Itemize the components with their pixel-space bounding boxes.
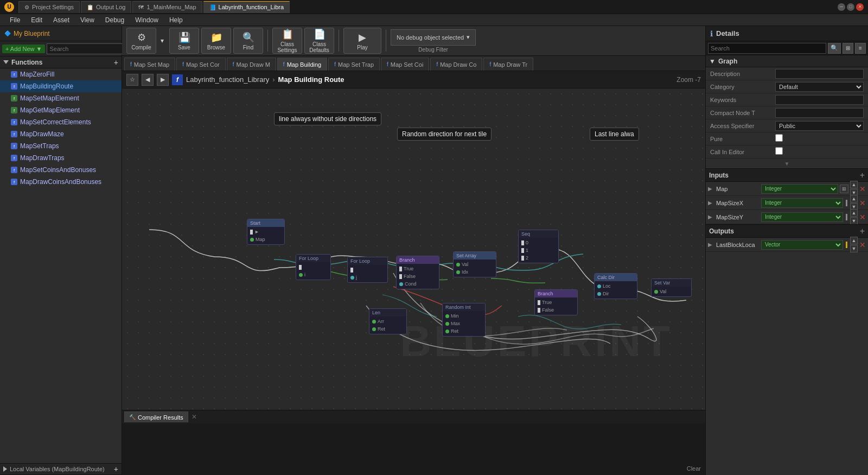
menu-view[interactable]: View	[75, 15, 100, 25]
menu-window[interactable]: Window	[130, 15, 164, 25]
find-button[interactable]: 🔍 Find	[233, 28, 263, 54]
canvas-node-9[interactable]: Set Var Val	[651, 278, 692, 297]
menu-help[interactable]: Help	[164, 15, 188, 25]
tab-main-menu-map[interactable]: 🗺 1_MainMenu_Map	[132, 1, 202, 13]
compiler-results-tab[interactable]: 🔨 Compiler Results	[124, 411, 188, 422]
canvas-node-4[interactable]: Branch True False Cond	[396, 256, 439, 289]
canvas-node-2[interactable]: For Loop i	[296, 254, 331, 280]
class-defaults-button[interactable]: 📄 Class Defaults	[304, 28, 334, 54]
function-item-mapgetmapelement[interactable]: f MapGetMapElement	[0, 104, 122, 116]
add-new-button[interactable]: + Add New ▼	[2, 45, 45, 53]
output-lastblockloca-delete-button[interactable]: ✕	[859, 241, 866, 249]
class-settings-button[interactable]: 📋 Class Settings	[272, 28, 302, 54]
input-mapsizey-down-button[interactable]: ▼	[850, 217, 858, 225]
func-tab-mapdrawco[interactable]: f Map Draw Co	[430, 58, 482, 71]
input-map-delete-button[interactable]: ✕	[859, 185, 866, 193]
details-search-input[interactable]	[708, 43, 826, 54]
list-view-button[interactable]: ≡	[855, 43, 866, 54]
outputs-add-button[interactable]: +	[860, 227, 865, 236]
inputs-add-button[interactable]: +	[860, 171, 865, 180]
function-item-mapdrawmaze[interactable]: f MapDrawMaze	[0, 128, 122, 140]
details-search-button[interactable]: 🔍	[828, 43, 841, 54]
functions-add-button[interactable]: +	[114, 58, 118, 67]
forward-button[interactable]: ▶	[157, 74, 169, 86]
browse-button[interactable]: 📁 Browse	[201, 28, 231, 54]
input-mapsizey-expand[interactable]: ▶	[708, 214, 714, 220]
grid-view-button[interactable]: ⊞	[843, 43, 853, 54]
blueprint-canvas[interactable]: BLUEPRINT line always without side direc…	[122, 88, 705, 410]
canvas-node-1[interactable]: Start ► Map	[247, 219, 285, 245]
favorite-button[interactable]: ☆	[126, 74, 138, 86]
func-tab-mapdrawtr[interactable]: f Map Draw Tr	[483, 58, 533, 71]
input-map-type-select[interactable]: Integer	[761, 184, 838, 194]
input-map-grid-button[interactable]: ⊞	[840, 185, 848, 193]
details-icon: ℹ	[710, 29, 713, 38]
func-tab-mapsetmap[interactable]: f Map Set Map	[124, 58, 175, 71]
tab-labyrinth[interactable]: 📘 Labyrinth_function_Libra	[203, 1, 290, 13]
input-mapsizex-type-select[interactable]: Integer	[761, 198, 843, 208]
tab-output-log[interactable]: 📋 Output Log	[81, 1, 131, 13]
function-item-mapsetmapelement[interactable]: f MapSetMapElement	[0, 92, 122, 104]
expand-section-icon[interactable]: ▼	[706, 159, 868, 168]
input-mapsizey-type-select[interactable]: Integer	[761, 212, 843, 222]
func-tab-mapdrawm[interactable]: f Map Draw M	[227, 58, 276, 71]
compact-node-input[interactable]	[775, 108, 864, 118]
output-lastblockloca-up-button[interactable]: ▲	[850, 237, 858, 244]
tab-project-settings[interactable]: ⚙ Project Settings	[18, 1, 80, 13]
input-mapsizex-expand[interactable]: ▶	[708, 200, 714, 206]
menu-asset[interactable]: Asset	[48, 15, 75, 25]
menu-debug[interactable]: Debug	[100, 15, 130, 25]
minimize-button[interactable]: ─	[838, 3, 845, 11]
category-select[interactable]: Default	[775, 82, 864, 92]
function-item-mapsettraps[interactable]: f MapSetTraps	[0, 140, 122, 152]
functions-section-header[interactable]: Functions +	[0, 56, 122, 68]
input-mapsizey-up-button[interactable]: ▲	[850, 209, 858, 217]
maximize-button[interactable]: □	[847, 3, 854, 11]
function-item-mapdrawcoinsandbonuses[interactable]: f MapDrawCoinsAndBonuses	[0, 176, 122, 188]
canvas-node-11[interactable]: Len Arr Ret	[369, 308, 407, 334]
tab-close-icon[interactable]: ✕	[192, 413, 197, 421]
output-lastblockloca-expand[interactable]: ▶	[708, 242, 714, 248]
keywords-input[interactable]	[775, 95, 864, 105]
local-vars-header[interactable]: Local Variables (MapBuildingRoute) +	[0, 463, 122, 475]
func-tab-mapbuilding[interactable]: f Map Building	[277, 58, 327, 71]
output-lastblockloca-type-select[interactable]: Vector	[761, 240, 843, 250]
input-map-expand[interactable]: ▶	[708, 186, 714, 192]
canvas-node-3[interactable]: For Loop j	[347, 257, 388, 283]
access-specifier-select[interactable]: Public	[775, 121, 864, 131]
save-button[interactable]: 💾 Save	[169, 28, 199, 54]
canvas-node-10[interactable]: Random Int Min Max Ret	[442, 303, 486, 337]
func-tab-mapsettrap[interactable]: f Map Set Trap	[328, 58, 380, 71]
close-button[interactable]: ✕	[856, 3, 864, 11]
compile-dropdown[interactable]: ▾	[157, 28, 167, 54]
function-item-mapzerofill[interactable]: f MapZeroFill	[0, 68, 122, 80]
search-input[interactable]	[47, 43, 127, 54]
menu-file[interactable]: File	[4, 15, 25, 25]
func-tab-mapsetcoi[interactable]: f Map Set Coi	[381, 58, 429, 71]
input-mapsizey-delete-button[interactable]: ✕	[859, 213, 866, 221]
input-mapsizex-up-button[interactable]: ▲	[850, 195, 858, 202]
description-input[interactable]	[775, 69, 864, 79]
canvas-node-7[interactable]: Branch True False	[534, 289, 578, 315]
debug-filter-button[interactable]: No debug object selected ▾	[391, 29, 476, 46]
func-tab-mapsetcor[interactable]: f Map Set Cor	[176, 58, 226, 71]
menu-edit[interactable]: Edit	[25, 15, 48, 25]
canvas-node-5[interactable]: Set Array Val Idx	[453, 251, 496, 277]
canvas-node-8[interactable]: Calc Dir Loc Dir	[594, 273, 637, 299]
function-item-mapbuildingroute[interactable]: f MapBuildingRoute	[0, 80, 122, 92]
play-button[interactable]: ▶ Play	[343, 28, 381, 54]
back-button[interactable]: ◀	[142, 74, 154, 86]
graph-section-header[interactable]: ▼ Graph	[706, 55, 868, 67]
local-vars-add-button[interactable]: +	[114, 465, 118, 473]
input-map-up-button[interactable]: ▲	[850, 181, 858, 188]
clear-button[interactable]: Clear	[687, 465, 701, 472]
function-item-mapsetcorrectelements[interactable]: f MapSetCorrectElements	[0, 116, 122, 128]
compile-button[interactable]: ⚙ Compile	[126, 28, 156, 54]
pure-checkbox[interactable]	[775, 134, 783, 142]
call-in-editor-checkbox[interactable]	[775, 147, 783, 155]
function-item-mapsetcoinsandbonuses[interactable]: f MapSetCoinsAndBonuses	[0, 164, 122, 176]
input-mapsizex-delete-button[interactable]: ✕	[859, 199, 866, 207]
output-lastblockloca-down-button[interactable]: ▼	[850, 245, 858, 252]
canvas-node-6[interactable]: Seq 0 1 2	[518, 230, 559, 263]
function-item-mapdrawtraps[interactable]: f MapDrawTraps	[0, 152, 122, 164]
